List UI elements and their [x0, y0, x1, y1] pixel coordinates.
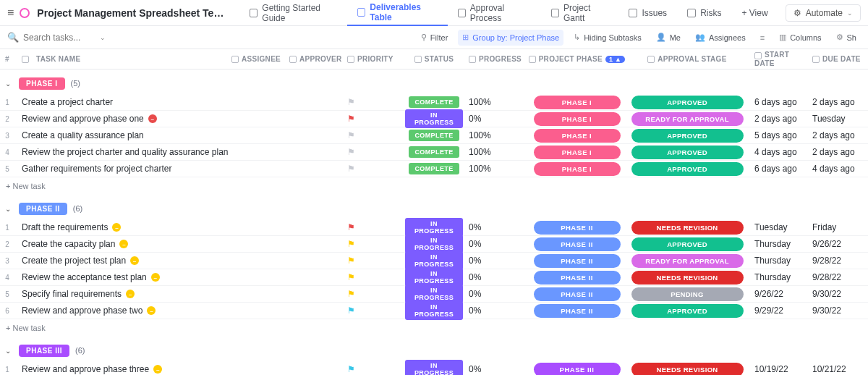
progress-cell[interactable]: 0% [463, 222, 528, 232]
phase-cell[interactable]: PHASE II [528, 221, 626, 235]
status-cell[interactable]: IN PROGRESS [405, 360, 463, 375]
progress-cell[interactable]: 100% [463, 130, 528, 140]
filter-button[interactable]: ⚲Filter [417, 33, 452, 42]
phase-cell[interactable]: PHASE II [528, 237, 626, 251]
due-date-cell[interactable]: 4 days ago [807, 164, 864, 174]
phase-cell[interactable]: PHASE I [528, 129, 626, 143]
col-priority[interactable]: PRIORITY [347, 55, 405, 63]
approval-cell[interactable]: APPROVED [626, 304, 749, 318]
table-row[interactable]: 3Create the project test plan –⚑IN PROGR… [0, 253, 868, 269]
approval-cell[interactable]: NEEDS REVISION [626, 271, 749, 285]
priority-cell[interactable]: ⚑ [347, 147, 405, 157]
approval-cell[interactable]: APPROVED [626, 96, 749, 109]
table-row[interactable]: 1Create a project charter ⚑COMPLETE100%P… [0, 94, 868, 111]
priority-cell[interactable]: ⚑ [347, 164, 405, 174]
progress-cell[interactable]: 0% [463, 306, 528, 316]
task-name-cell[interactable]: Review the acceptance test plan – [14, 272, 231, 282]
due-date-cell[interactable]: 2 days ago [807, 97, 864, 107]
phase-badge[interactable]: PHASE II [19, 203, 67, 215]
task-name-cell[interactable]: Gather requirements for project charter [14, 164, 231, 174]
assignees-button[interactable]: 👥Assignees [691, 33, 750, 42]
new-task-button[interactable]: + New task [0, 177, 868, 195]
priority-cell[interactable]: ⚑ [347, 114, 405, 124]
col-status[interactable]: STATUS [405, 55, 463, 63]
phase-cell[interactable]: PHASE II [528, 254, 626, 268]
status-cell[interactable]: COMPLETE [405, 96, 463, 108]
due-date-cell[interactable]: 9/30/22 [807, 289, 864, 299]
collapse-icon[interactable]: ⌄ [3, 347, 13, 355]
table-row[interactable]: 4Review the acceptance test plan –⚑IN PR… [0, 269, 868, 286]
progress-cell[interactable]: 100% [463, 147, 528, 157]
approval-cell[interactable]: APPROVED [626, 146, 749, 159]
phase-cell[interactable]: PHASE I [528, 96, 626, 109]
table-row[interactable]: 2Create the capacity plan –⚑IN PROGRESS0… [0, 236, 868, 253]
due-date-cell[interactable]: Tuesday [807, 114, 864, 124]
due-date-cell[interactable]: 9/30/22 [807, 306, 864, 316]
due-date-cell[interactable]: 2 days ago [807, 147, 864, 157]
progress-cell[interactable]: 0% [463, 289, 528, 299]
col-approver[interactable]: APPROVER [289, 55, 347, 63]
start-date-cell[interactable]: Thursday [749, 256, 807, 266]
start-date-cell[interactable]: 9/29/22 [749, 306, 807, 316]
approval-cell[interactable]: PENDING [626, 287, 749, 301]
table-row[interactable]: 2Review and approve phase one –⚑IN PROGR… [0, 111, 868, 127]
approval-cell[interactable]: APPROVED [626, 237, 749, 251]
group-by-button[interactable]: ⊞Group by: Project Phase [458, 30, 563, 46]
task-name-cell[interactable]: Draft the requirements – [14, 222, 231, 232]
phase-cell[interactable]: PHASE I [528, 112, 626, 126]
status-cell[interactable]: COMPLETE [405, 130, 463, 141]
tab-project-gantt[interactable]: Project Gantt [541, 0, 618, 26]
start-date-cell[interactable]: 5 days ago [749, 130, 807, 140]
status-cell[interactable]: IN PROGRESS [405, 109, 463, 128]
start-date-cell[interactable]: Thursday [749, 272, 807, 282]
priority-cell[interactable]: ⚑ [347, 130, 405, 140]
phase-badge[interactable]: PHASE I [19, 77, 65, 90]
start-date-cell[interactable]: 10/19/22 [749, 364, 807, 374]
due-date-cell[interactable]: 2 days ago [807, 130, 864, 140]
approval-cell[interactable]: NEEDS REVISION [626, 221, 749, 235]
status-cell[interactable]: IN PROGRESS [405, 301, 463, 320]
due-date-cell[interactable]: 9/26/22 [807, 239, 864, 249]
status-cell[interactable]: COMPLETE [405, 163, 463, 174]
task-name-cell[interactable]: Review and approve phase one – [14, 114, 231, 124]
tab-approval-process[interactable]: Approval Process [448, 0, 541, 26]
tab-issues[interactable]: Issues [618, 0, 677, 26]
progress-cell[interactable]: 0% [463, 114, 528, 124]
col-start-date[interactable]: START DATE [749, 51, 807, 67]
show-button[interactable]: ⚙Sh [832, 33, 861, 42]
priority-cell[interactable]: ⚑ [347, 222, 405, 232]
approval-cell[interactable]: READY FOR APPROVAL [626, 254, 749, 268]
col-due-date[interactable]: DUE DATE [807, 55, 864, 63]
approval-cell[interactable]: READY FOR APPROVAL [626, 112, 749, 126]
due-date-cell[interactable]: 10/21/22 [807, 364, 864, 374]
start-date-cell[interactable]: Tuesday [749, 222, 807, 232]
phase-cell[interactable]: PHASE II [528, 287, 626, 301]
priority-cell[interactable]: ⚑ [347, 272, 405, 282]
tab-deliverables-table[interactable]: Deliverables Table [347, 0, 448, 26]
due-date-cell[interactable]: Friday [807, 222, 864, 232]
subtasks-button[interactable]: ↳Hiding Subtasks [569, 33, 646, 42]
col-task-name[interactable]: TASK NAME [14, 55, 231, 63]
task-name-cell[interactable]: Review the project charter and quality a… [14, 147, 231, 157]
due-date-cell[interactable]: 9/28/22 [807, 256, 864, 266]
col-progress[interactable]: PROGRESS [463, 55, 528, 63]
columns-button[interactable]: ▥Columns [775, 33, 825, 42]
progress-cell[interactable]: 100% [463, 164, 528, 174]
me-button[interactable]: 👤Me [652, 33, 685, 42]
automate-button[interactable]: ⚙ Automate ⌄ [786, 4, 861, 22]
phase-sort-badge[interactable]: 1 ▲ [605, 56, 625, 63]
priority-cell[interactable]: ⚑ [347, 306, 405, 316]
task-name-cell[interactable]: Create a project charter [14, 97, 231, 107]
col-assignee[interactable]: ASSIGNEE [231, 55, 289, 63]
priority-cell[interactable]: ⚑ [347, 364, 405, 374]
tab-getting-started-guide[interactable]: Getting Started Guide [239, 0, 347, 26]
table-row[interactable]: 6Review and approve phase two –⚑IN PROGR… [0, 303, 868, 319]
task-name-cell[interactable]: Create a quality assurance plan [14, 130, 231, 140]
table-row[interactable]: 1Draft the requirements –⚑IN PROGRESS0%P… [0, 219, 868, 236]
phase-badge[interactable]: PHASE III [19, 345, 69, 357]
table-row[interactable]: 4Review the project charter and quality … [0, 144, 868, 161]
start-date-cell[interactable]: 9/26/22 [749, 289, 807, 299]
phase-cell[interactable]: PHASE I [528, 146, 626, 159]
table-row[interactable]: 1Review and approve phase three –⚑IN PRO… [0, 361, 868, 375]
density-button[interactable]: ≡ [756, 33, 769, 42]
